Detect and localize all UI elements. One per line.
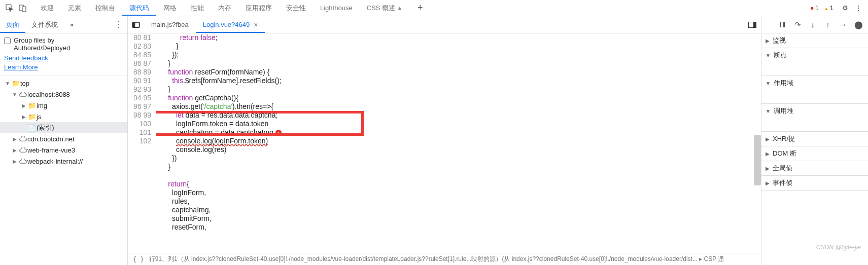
close-tab-icon[interactable]: × [254,21,258,29]
tree-node[interactable]: ▶📁js [0,111,127,122]
devtools-tab-网络[interactable]: 网络 [156,0,184,16]
brace-indicator[interactable]: { } [133,256,144,263]
left-kebab-icon[interactable]: ⋮ [109,20,127,29]
tree-node[interactable]: ▶📁img [0,100,127,111]
file-tab-label: main.js?fbea [151,21,189,28]
svg-rect-4 [133,22,135,27]
debug-section: ▼调用堆 [761,104,868,132]
tree-node[interactable]: ▶cdn.bootcdn.net [0,133,127,144]
error-count[interactable]: 1 [810,4,819,12]
left-more-tabs[interactable]: » [64,16,80,33]
devtools-topbar: 欢迎元素控制台源代码网络性能内存应用程序安全性LighthouseCSS 概述▲… [0,0,868,16]
deactivate-breakpoints-icon[interactable]: ⬤ [854,20,863,29]
debug-section-header[interactable]: ▶全局侦 [761,161,868,175]
devtools-main-tabs: 欢迎元素控制台源代码网络性能内存应用程序安全性LighthouseCSS 概述▲ [33,0,409,16]
left-options: Group files byAuthored/Deployed Send fee… [0,33,127,75]
split-view-icon[interactable] [744,22,761,28]
left-subtabs: 页面文件系统 » ⋮ [0,16,127,33]
file-tree: ▼📁top▼localhost:8088▶📁img▶📁js📄(索引)▶cdn.b… [0,75,127,265]
debug-section: ▼作用域 [761,76,868,104]
devtools-tab-CSS 概述[interactable]: CSS 概述▲ [360,0,409,16]
devtools-tab-内存[interactable]: 内存 [211,0,238,16]
left-tab-页面[interactable]: 页面 [0,16,25,33]
debug-section-header[interactable]: ▼调用堆 [761,104,868,118]
tree-node[interactable]: ▶webpack-internal:// [0,156,127,167]
warning-count[interactable]: 1 [824,4,834,12]
debug-section: ▶全局侦 [761,161,868,176]
file-tabs: main.js?fbeaLogin.vue?4649× [128,16,761,33]
code-editor[interactable]: 80 81 82 83 84 85 86 87 88 89 90 91 92 9… [128,33,761,253]
devtools-tab-应用程序[interactable]: 应用程序 [238,0,279,16]
debug-section-header[interactable]: ▶XHR/提 [761,132,868,146]
devtools-tab-源代码[interactable]: 源代码 [122,0,156,16]
devtools-tab-性能[interactable]: 性能 [184,0,211,16]
error-marker-icon[interactable]: × [275,130,282,136]
device-toggle-icon[interactable] [16,2,29,15]
center-panel: main.js?fbeaLogin.vue?4649× 80 81 82 83 … [128,16,761,265]
debug-section: ▶XHR/提 [761,132,868,146]
svg-rect-6 [754,22,756,27]
step-out-icon[interactable]: ↑ [823,20,832,29]
devtools-tab-元素[interactable]: 元素 [61,0,88,16]
debug-section: ▶监视 [761,33,868,48]
devtools-tab-Lighthouse[interactable]: Lighthouse [313,0,360,16]
devtools-tab-安全性[interactable]: 安全性 [279,0,313,16]
learn-more-link[interactable]: Learn More [4,63,123,72]
file-tab[interactable]: main.js?fbea [144,16,196,33]
tree-node[interactable]: ▼localhost:8088 [0,89,127,100]
debug-section: ▼断点 [761,48,868,76]
svg-rect-8 [783,22,785,27]
file-tab-label: Login.vue?4649 [203,21,250,28]
svg-rect-7 [780,22,781,27]
kebab-menu-icon[interactable]: ⋮ [852,2,865,15]
group-files-checkbox[interactable] [4,37,11,44]
add-tab-button[interactable]: + [414,3,426,13]
file-tab[interactable]: Login.vue?4649× [196,16,265,33]
debug-section-header[interactable]: ▶DOM 断 [761,146,868,161]
right-panel: ↷ ↓ ↑ → ⬤ ▶监视▼断点▼作用域▼调用堆▶XHR/提▶DOM 断▶全局侦… [761,16,868,265]
devtools-tab-欢迎[interactable]: 欢迎 [33,0,61,16]
debug-section: ▶事件侦 [761,176,868,191]
code-content[interactable]: return false; } }); } function resetForm… [156,33,761,232]
step-icon[interactable]: → [839,20,848,29]
debug-section-header[interactable]: ▶事件侦 [761,176,868,190]
debug-section-header[interactable]: ▼作用域 [761,76,868,90]
cursor-position: 行91、列1（从 index.js??clonedRuleSet-40.use[… [149,255,724,263]
tree-node[interactable]: ▶web-frame-vue3 [0,144,127,156]
devtools-tab-控制台[interactable]: 控制台 [88,0,122,16]
tree-node[interactable]: 📄(索引) [0,122,127,133]
left-panel: 页面文件系统 » ⋮ Group files byAuthored/Deploy… [0,16,128,265]
editor-statusbar: { } 行91、列1（从 index.js??clonedRuleSet-40.… [128,253,761,265]
debugger-controls: ↷ ↓ ↑ → ⬤ [761,16,868,33]
tree-node[interactable]: ▼📁top [0,78,127,89]
svg-rect-2 [22,7,26,12]
left-tab-文件系统[interactable]: 文件系统 [25,16,64,33]
step-over-icon[interactable]: ↷ [793,20,802,29]
send-feedback-link[interactable]: Send feedback [4,54,123,63]
show-navigator-icon[interactable] [128,22,144,28]
debug-section-header[interactable]: ▼断点 [761,48,868,62]
debug-section-header[interactable]: ▶监视 [761,33,868,48]
topbar-status[interactable]: 1 1 [805,4,839,12]
debug-section: ▶DOM 断 [761,146,868,161]
group-files-label: Group files byAuthored/Deployed [14,36,70,52]
settings-icon[interactable]: ⚙ [839,2,852,15]
step-into-icon[interactable]: ↓ [808,20,817,29]
line-gutter: 80 81 82 83 84 85 86 87 88 89 90 91 92 9… [128,33,156,253]
inspect-icon[interactable] [3,2,16,15]
scrollbar-thumb[interactable] [754,135,761,185]
pause-icon[interactable] [778,20,787,29]
